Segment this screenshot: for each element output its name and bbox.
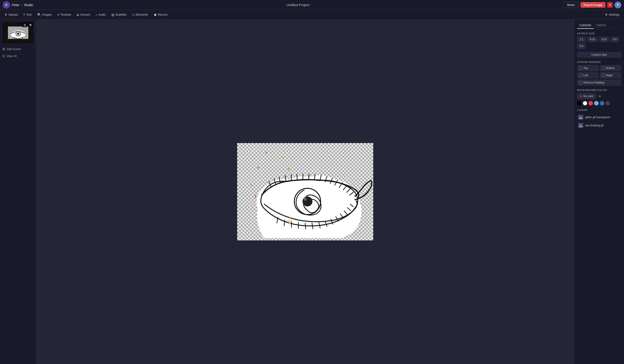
swatch-white[interactable] bbox=[583, 101, 587, 106]
layers-section: LAYERS glitter gif transparent bbox=[577, 109, 621, 130]
avatar[interactable]: P bbox=[3, 1, 10, 9]
remove-padding-button[interactable]: Remove Padding bbox=[577, 80, 621, 86]
user-avatar[interactable]: P bbox=[615, 1, 621, 8]
toolbar-images[interactable]: 🔍 Images bbox=[35, 12, 54, 18]
export-chevron-button[interactable]: ▾ bbox=[607, 2, 613, 8]
toolbar-record[interactable]: ⏺ Record bbox=[151, 12, 170, 18]
svg-line-37 bbox=[305, 223, 306, 229]
size-4-5[interactable]: 4:5 bbox=[610, 37, 619, 42]
output-size-section: OUTPUT SIZE 1:1 9:16 16:9 4:5 5:4 Custom… bbox=[577, 32, 621, 61]
eyedropper-button[interactable]: ✒ bbox=[598, 94, 602, 99]
layer-image-icon-1 bbox=[579, 115, 582, 119]
background-color-section: BACKGROUND COLOR ⊘ No color ✒ bbox=[577, 89, 621, 106]
thumbnail-eye-svg bbox=[8, 26, 28, 39]
size-16-9[interactable]: 16:9 bbox=[599, 37, 609, 42]
svg-line-23 bbox=[309, 174, 309, 180]
swatch-red[interactable] bbox=[588, 101, 593, 106]
padding-top-label: Top bbox=[583, 67, 588, 70]
no-color-button[interactable]: ⊘ No color bbox=[577, 93, 596, 99]
toolbar-subtitles[interactable]: ▤ Subtitles bbox=[109, 12, 129, 18]
remove-padding-label: Remove Padding bbox=[583, 81, 604, 84]
toolbar-elements[interactable]: ◇ Elements bbox=[130, 12, 150, 18]
padding-left-button[interactable]: Left bbox=[577, 72, 598, 78]
add-scene-button[interactable]: ⊕ Add Scene bbox=[2, 46, 34, 52]
user-name[interactable]: Peter bbox=[12, 3, 19, 7]
bg-color-label: BACKGROUND COLOR bbox=[577, 89, 621, 91]
duplicate-scene-button[interactable]: ⧉ bbox=[22, 23, 27, 27]
padding-left-label: Left bbox=[583, 74, 588, 77]
settings-button[interactable]: ⚙ Settings bbox=[603, 12, 622, 17]
project-title: Untitled Project bbox=[286, 3, 310, 7]
delete-scene-button[interactable]: 🗑 bbox=[28, 23, 33, 27]
toolbar-upload[interactable]: ⬆ Upload bbox=[2, 12, 20, 18]
padding-top-icon bbox=[579, 67, 582, 70]
record-icon: ⏺ bbox=[154, 13, 157, 17]
toolbar-record-label: Record bbox=[158, 13, 167, 16]
toolbar-text[interactable]: T Text bbox=[21, 12, 34, 18]
toolbar-upload-label: Upload bbox=[8, 13, 18, 16]
plus-icon: ⊕ bbox=[2, 47, 5, 51]
upload-icon: ⬆ bbox=[4, 13, 7, 17]
size-9-16[interactable]: 9:16 bbox=[587, 37, 598, 42]
elements-icon: ◇ bbox=[132, 13, 135, 17]
layer-item-1[interactable]: glitter gif transparent bbox=[577, 113, 621, 121]
layer-thumb-1 bbox=[578, 114, 583, 120]
sidebar: ⧉ 🗑 bbox=[0, 20, 36, 364]
toolbar-timeline[interactable]: ≡ Timeline bbox=[55, 12, 74, 18]
list-icon: ☰ bbox=[2, 54, 5, 58]
swatch-no-color[interactable] bbox=[605, 101, 610, 106]
view-all-button[interactable]: ☰ View All bbox=[2, 53, 34, 59]
toolbar-images-label: Images bbox=[42, 13, 52, 16]
color-swatches bbox=[577, 101, 621, 106]
bg-color-row: ⊘ No color ✒ bbox=[577, 93, 621, 99]
padding-right-button[interactable]: Right bbox=[600, 72, 622, 78]
images-icon: 🔍 bbox=[37, 13, 41, 17]
toolbar-scenes[interactable]: ◈ Scenes bbox=[74, 12, 92, 18]
size-1-1[interactable]: 1:1 bbox=[577, 37, 586, 42]
tab-timing[interactable]: TIMING bbox=[594, 22, 609, 29]
scene-thumb-actions: ⧉ 🗑 bbox=[22, 23, 33, 27]
share-button[interactable]: Share bbox=[563, 2, 579, 8]
output-size-grid: 1:1 9:16 16:9 4:5 5:4 bbox=[577, 37, 621, 49]
settings-label: Settings bbox=[609, 13, 620, 16]
toolbar-scenes-label: Scenes bbox=[80, 13, 90, 16]
swatch-black[interactable] bbox=[577, 101, 582, 106]
toolbar-text-label: Text bbox=[26, 13, 32, 16]
toolbar-audio[interactable]: ♪ Audio bbox=[93, 12, 108, 18]
swatch-blue-dark[interactable] bbox=[600, 101, 604, 106]
svg-line-21 bbox=[297, 174, 297, 180]
view-all-label: View All bbox=[6, 54, 17, 58]
toolbar-subtitles-label: Subtitles bbox=[115, 13, 127, 16]
topbar-right: Share Export Image ▾ P bbox=[563, 1, 621, 8]
padding-top-button[interactable]: Top bbox=[577, 65, 598, 71]
breadcrumb: Peter › Studio bbox=[12, 3, 33, 7]
padding-bottom-button[interactable]: Bottom bbox=[600, 65, 622, 71]
scenes-icon: ◈ bbox=[77, 13, 79, 17]
scene-thumbnail[interactable]: ⧉ 🗑 bbox=[2, 21, 34, 44]
gear-icon: ⚙ bbox=[605, 13, 608, 16]
custom-size-button[interactable]: Custom Size bbox=[577, 52, 621, 58]
output-size-label: OUTPUT SIZE bbox=[577, 32, 621, 35]
svg-point-10 bbox=[17, 33, 19, 35]
size-5-4[interactable]: 5:4 bbox=[577, 44, 586, 49]
right-panel: CANVAS TIMING OUTPUT SIZE 1:1 9:16 16:9 … bbox=[574, 20, 624, 364]
layer-item-2[interactable]: eye drawing gif bbox=[577, 121, 621, 130]
padding-left-icon bbox=[579, 74, 582, 77]
svg-point-49 bbox=[304, 198, 307, 201]
canvas-background bbox=[237, 143, 373, 240]
canvas-wrapper[interactable] bbox=[237, 143, 373, 240]
main-layout: ⧉ 🗑 bbox=[0, 20, 624, 364]
eyedropper-icon: ✒ bbox=[598, 94, 601, 98]
toolbar-elements-label: Elements bbox=[136, 13, 148, 16]
layer-name-2: eye drawing gif bbox=[585, 124, 604, 127]
export-button[interactable]: Export Image bbox=[580, 2, 605, 8]
text-icon: T bbox=[23, 13, 25, 17]
studio-label[interactable]: Studio bbox=[24, 3, 33, 7]
subtitles-icon: ▤ bbox=[111, 13, 114, 17]
padding-bottom-label: Bottom bbox=[606, 67, 615, 70]
panel-tabs: CANVAS TIMING bbox=[577, 22, 621, 29]
svg-line-20 bbox=[291, 175, 292, 180]
add-scene-label: Add Scene bbox=[7, 47, 21, 51]
swatch-blue-light[interactable] bbox=[594, 101, 598, 106]
tab-canvas[interactable]: CANVAS bbox=[577, 22, 594, 29]
